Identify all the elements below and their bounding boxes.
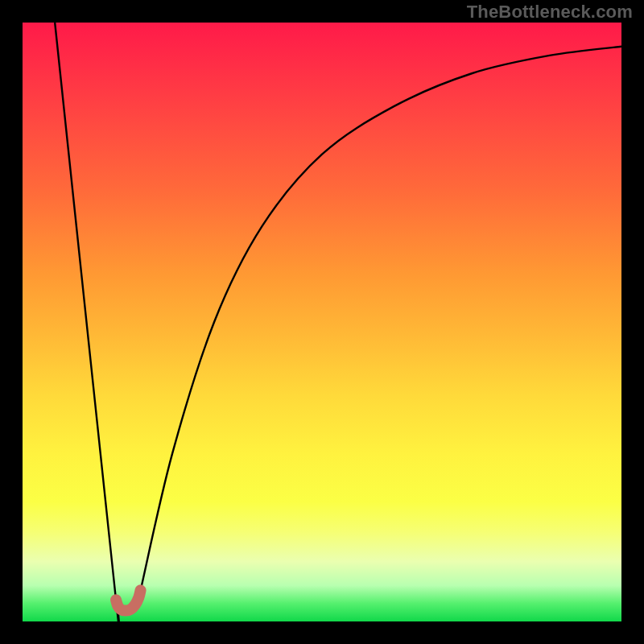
- bottleneck-curve: [55, 23, 621, 621]
- optimal-point-marker: [116, 590, 141, 610]
- curve-group: [55, 23, 621, 621]
- watermark-text: TheBottleneck.com: [467, 2, 633, 23]
- chart-svg: [23, 23, 621, 621]
- chart-container: TheBottleneck.com: [0, 0, 644, 644]
- plot-area: [23, 23, 621, 621]
